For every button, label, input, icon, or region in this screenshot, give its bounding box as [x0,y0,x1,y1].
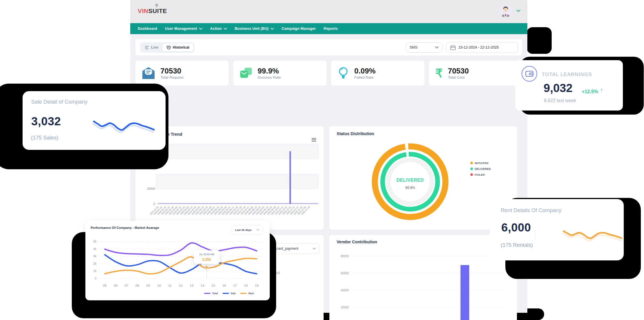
svg-text:5k: 5k [93,240,97,243]
nav-item-business-unit[interactable]: Business Unit (BU) [235,27,274,31]
rent-card-sub: (175 Rentals) [501,242,533,248]
svg-text:18: 18 [244,284,248,287]
legend-item: Sale [223,292,236,295]
svg-text:40000: 40000 [341,289,349,292]
donut-center-status: DELIVERED [390,178,430,183]
status-card-title: Status Distribution [337,131,374,136]
messages-icon [240,67,252,79]
legend-item: INITIATED [470,161,491,165]
svg-text:11: 11 [168,284,172,287]
learnings-card-title: TOTAL LEARNINGS [542,72,592,78]
kpi-total-request: 70530 Total Request [135,61,229,86]
rent-card-title: Rent Details Of Company [501,207,562,214]
learnings-delta: +12.5% [582,89,598,94]
legend-item: Rent [240,292,254,295]
svg-text:06: 06 [114,284,118,287]
list-icon [145,46,149,49]
kpi-label: Total Cost [448,75,469,80]
sale-detail-card: Sale Detail of Company 3,032 (175 Sales) [23,91,166,150]
svg-text:19: 19 [255,284,259,287]
nav-item-dashboard[interactable]: Dashboard [138,27,157,31]
page-canvas: VINSUITE [0,0,644,320]
chart-tooltip: 14, 10:44 AM 2,252 [194,250,220,264]
arrow-up-icon: ↑ [600,87,603,93]
historical-tab[interactable]: Historical [162,43,194,52]
brand-logo-vin: VIN [138,8,148,14]
kpi-label: Failed Rate [354,75,376,80]
nav-item-reports[interactable]: Reports [324,27,338,31]
kpi-value: 99.9% [258,67,281,76]
main-navbar: Dashboard User Management Action Busines… [130,23,527,34]
learnings-card-value: 9,032 [544,82,573,95]
svg-text:60000: 60000 [341,272,349,275]
donut-legend: INITIATEDDELIVEREDFAILED [470,161,491,176]
svg-text:4k: 4k [93,247,97,251]
svg-text:0: 0 [153,203,155,206]
brand-logo[interactable]: VINSUITE [138,8,167,14]
chevron-down-icon [199,28,202,30]
svg-text:13: 13 [190,284,194,287]
chevron-down-icon [271,28,274,30]
svg-text:12: 12 [179,284,183,287]
tooltip-label: 14, 10:44 AM [195,253,219,256]
kpi-failed-rate: 0.09% Failed Rate [331,61,424,86]
kpi-label: Total Request [160,75,184,80]
chevron-down-icon [435,46,438,49]
sale-card-title: Sale Detail of Company [31,99,87,105]
tooltip-value: 2,252 [195,258,219,262]
donut-center-pct: 99.9% [390,186,430,190]
svg-text:05: 05 [103,284,107,287]
vendor-card-title: Vendor Contribution [337,240,377,244]
kpi-total-cost: ₹ 70530 Total Cost [429,61,522,86]
svg-text:10: 10 [157,284,161,287]
svg-text:0: 0 [95,277,96,280]
svg-text:20000: 20000 [341,306,349,309]
svg-text:09: 09 [146,284,150,287]
performance-card-title: Performance Of Company - Market Avarage [91,226,159,229]
chart-menu-icon[interactable] [312,137,316,142]
divider [535,227,535,241]
performance-range-select[interactable]: Last 30 days [232,225,263,235]
date-range-input[interactable]: 23-12-2024 - 22-12-2025 [446,42,518,53]
svg-text:07: 07 [125,284,129,287]
chevron-down-icon [224,28,227,30]
live-tab[interactable]: Live [141,43,162,52]
legend-item: FAILED [470,173,491,176]
vendor-bar-chart: 020000400006000080000Airtel-BindJIO-Bind [329,235,517,320]
learnings-card-sub: 8,622 last week [544,98,576,103]
svg-text:16: 16 [222,284,226,287]
chevron-down-icon [256,229,259,231]
nav-item-action[interactable]: Action [210,27,227,31]
kpi-label: Success Rate [258,75,281,80]
user-avatar[interactable] [499,4,512,17]
svg-text:08: 08 [135,284,139,287]
svg-text:14: 14 [201,284,204,287]
history-icon [167,45,171,49]
status-distribution-card: Status Distribution DELIVERED 99.9% INIT… [329,126,517,230]
toolbar: Live Historical SMS 23-12-2024 - 22-12-2… [135,39,522,56]
total-learnings-card: TOTAL LEARNINGS 9,032 +12.5% ↑ 8,622 las… [515,60,623,111]
svg-text:80000: 80000 [341,255,349,258]
svg-text:3k: 3k [93,255,97,258]
nav-item-user-management[interactable]: User Management [165,27,202,31]
svg-text:15: 15 [212,284,215,287]
wallet-icon [522,66,537,82]
channel-select[interactable]: SMS [405,42,443,53]
chevron-down-icon [313,248,316,250]
nav-item-campaign-manager[interactable]: Campaign Manager [282,27,316,31]
shadow-blob-right [527,27,552,54]
rent-sparkline [562,227,623,243]
svg-text:2k: 2k [93,262,97,265]
kpi-value: 70530 [448,67,469,76]
app-header: VINSUITE [130,0,527,23]
vendor-contribution-card: Vendor Contribution 02000040000600008000… [329,235,517,320]
legend-item: Total [204,292,218,295]
rupee-icon: ₹ [435,67,443,79]
user-menu-chevron-icon[interactable] [516,10,520,12]
kpi-value: 0.09% [354,67,376,76]
sale-card-sub: (175 Sales) [31,135,58,141]
performance-card: Performance Of Company - Market Avarage … [85,221,270,300]
kpi-value: 70530 [160,67,184,76]
rent-details-card: Rent Details Of Company 6,000 (175 Renta… [490,199,624,260]
trend-card-title: e Trend [167,132,182,137]
